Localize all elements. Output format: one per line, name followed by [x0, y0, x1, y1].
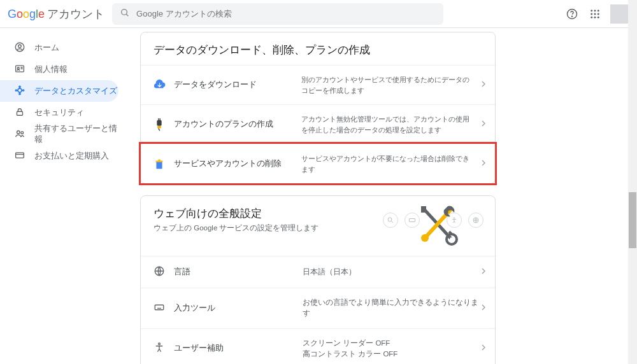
sidebar-item-data[interactable]: データとカスタマイズ: [0, 80, 118, 102]
google-logo: Google: [8, 8, 45, 21]
sidebar-item-payments[interactable]: お支払いと定期購入: [0, 145, 118, 167]
scrollbar-thumb[interactable]: [629, 192, 636, 248]
row-delete-service[interactable]: サービスやアカウントの削除 サービスやアカウントが不要になった場合は削除できます: [141, 144, 495, 183]
svg-point-0: [122, 10, 127, 15]
row-value: お使いの言語でより簡単に入力できるようになります: [303, 297, 478, 319]
svg-point-3: [572, 16, 573, 17]
row-value: 日本語（日本）: [303, 267, 478, 277]
row-label: 入力ツール: [168, 303, 303, 314]
svg-rect-25: [16, 152, 24, 157]
svg-point-9: [598, 13, 599, 15]
svg-rect-33: [158, 159, 161, 160]
search-bar[interactable]: [112, 3, 443, 25]
row-desc: 別のアカウントやサービスで使用するためにデータのコピーを作成します: [301, 74, 478, 95]
mini-search-icon: [383, 213, 398, 228]
row-label: 言語: [168, 267, 303, 277]
scrollbar-track[interactable]: [628, 0, 637, 364]
row-language[interactable]: 言語 日本語（日本）: [141, 256, 495, 288]
row-label: データをダウンロード: [168, 80, 301, 90]
highlighted-row-wrapper: サービスやアカウントの削除 サービスやアカウントが不要になった場合は削除できます: [139, 142, 497, 185]
tools-illustration: [412, 200, 463, 253]
svg-point-11: [594, 16, 596, 18]
sidebar-item-sharing[interactable]: 共有するユーザーと情報: [0, 123, 118, 145]
chevron-right-icon: [478, 158, 489, 170]
sidebar-item-label: 個人情報: [34, 64, 68, 75]
svg-point-19: [23, 89, 24, 90]
sidebar-item-label: ホーム: [34, 43, 59, 53]
search-input[interactable]: [136, 9, 436, 18]
svg-point-52: [159, 343, 161, 345]
card-title: データのダウンロード、削除、プランの作成: [154, 43, 482, 57]
web-settings-card: ウェブ向けの全般設定 ウェブ上の Google サービスの設定を管理します: [140, 195, 496, 364]
svg-point-4: [590, 10, 592, 11]
chevron-right-icon: [478, 302, 489, 314]
people-icon: [14, 128, 25, 141]
svg-point-42: [421, 234, 429, 242]
svg-point-21: [15, 89, 17, 90]
row-desc: アカウント無効化管理ツールでは、アカウントの使用を停止した場合のデータの処理を設…: [301, 114, 478, 135]
svg-point-12: [598, 16, 599, 18]
row-accessibility[interactable]: ユーザー補助 スクリーン リーダー OFF 高コントラスト カラー OFF: [141, 328, 495, 365]
sidebar-item-personal[interactable]: 個人情報: [0, 59, 118, 80]
svg-point-7: [590, 13, 592, 15]
row-label: アカウントのプランの作成: [168, 119, 301, 130]
row-value: スクリーン リーダー OFF 高コントラスト カラー OFF: [303, 338, 478, 360]
row-input-tools[interactable]: 入力ツール お使いの言語でより簡単に入力できるようになります: [141, 288, 495, 328]
svg-rect-28: [158, 118, 159, 120]
svg-rect-30: [157, 125, 161, 128]
svg-marker-40: [421, 206, 426, 213]
chevron-right-icon: [478, 342, 489, 354]
avatar[interactable]: [610, 4, 629, 24]
mini-globe-icon: [468, 213, 483, 228]
sidebar-item-security[interactable]: セキュリティ: [0, 102, 118, 123]
row-account-plan[interactable]: アカウントのプランの作成 アカウント無効化管理ツールでは、アカウントの使用を停止…: [141, 104, 495, 144]
svg-point-16: [17, 67, 19, 69]
svg-point-23: [17, 130, 20, 134]
svg-line-45: [449, 232, 452, 234]
svg-point-10: [590, 16, 592, 18]
chevron-right-icon: [478, 118, 489, 130]
svg-rect-27: [157, 120, 161, 125]
plug-icon: [151, 118, 168, 132]
sidebar-item-label: お支払いと定期購入: [34, 151, 109, 162]
search-icon: [120, 8, 130, 20]
trash-icon: [151, 157, 168, 171]
sidebar-item-home[interactable]: ホーム: [0, 37, 118, 59]
svg-point-17: [18, 88, 22, 92]
row-value-line1: スクリーン リーダー OFF: [303, 338, 478, 349]
sidebar: ホーム 個人情報 データとカスタマイズ セキュリティ 共有するユーザーと情報 お…: [0, 28, 130, 364]
svg-point-18: [19, 86, 20, 87]
svg-rect-22: [17, 111, 23, 115]
svg-rect-47: [155, 305, 164, 310]
svg-point-6: [598, 10, 599, 11]
data-actions-card: データのダウンロード、削除、プランの作成 データをダウンロード 別のアカウントや…: [140, 32, 496, 184]
chevron-right-icon: [478, 79, 489, 91]
svg-rect-32: [156, 160, 163, 162]
keyboard-icon: [154, 302, 168, 315]
help-icon[interactable]: [564, 6, 580, 22]
svg-rect-29: [159, 118, 160, 120]
accessibility-icon: [154, 342, 168, 355]
row-desc: サービスやアカウントが不要になった場合は削除できます: [301, 153, 478, 174]
row-label: サービスやアカウントの削除: [168, 158, 301, 169]
main-content: データのダウンロード、削除、プランの作成 データをダウンロード 別のアカウントや…: [130, 28, 637, 364]
svg-point-5: [594, 10, 596, 11]
product-name: アカウント: [47, 6, 104, 22]
lock-icon: [14, 106, 25, 120]
sidebar-item-label: データとカスタマイズ: [34, 86, 117, 97]
svg-point-34: [388, 218, 392, 221]
chevron-right-icon: [478, 266, 489, 278]
svg-point-14: [18, 45, 22, 48]
apps-grid-icon[interactable]: [587, 6, 603, 22]
svg-rect-31: [156, 162, 162, 169]
sidebar-item-label: 共有するユーザーと情報: [34, 123, 118, 145]
svg-point-44: [450, 237, 454, 241]
row-download-data[interactable]: データをダウンロード 別のアカウントやサービスで使用するためにデータのコピーを作…: [141, 65, 495, 104]
app-header: Google アカウント: [0, 0, 637, 28]
row-label: ユーザー補助: [168, 343, 303, 354]
logo[interactable]: Google アカウント: [8, 6, 104, 22]
id-card-icon: [14, 63, 25, 76]
svg-line-35: [391, 221, 393, 223]
row-value-line2: 高コントラスト カラー OFF: [303, 349, 478, 360]
svg-line-1: [126, 14, 128, 16]
